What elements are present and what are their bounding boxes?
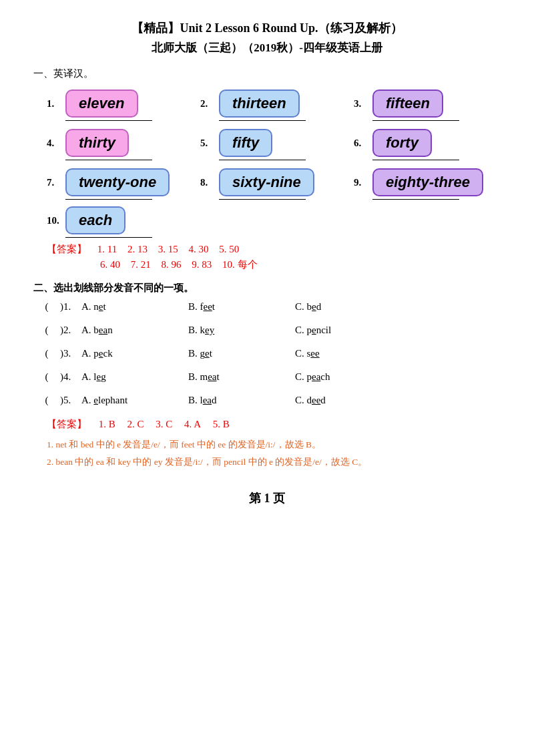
- choice-num-5: )5.: [60, 395, 81, 406]
- questions-container: ( )1. A. net B. feet C. bed ( )2. A. bea…: [33, 301, 501, 406]
- word-item-7: 7. twenty-one: [47, 168, 194, 200]
- ans1-4: 4. 30: [188, 244, 208, 254]
- answers-label1: 【答案】: [47, 244, 87, 254]
- choice-num-2: )2.: [60, 325, 81, 336]
- choice-a-2: A. bean: [81, 325, 188, 336]
- title-section: 【精品】Unit 2 Lesson 6 Round Up.（练习及解析） 北师大…: [33, 20, 501, 55]
- choice-b-4: B. meat: [188, 371, 295, 383]
- word-box-7: twenty-one: [65, 168, 170, 196]
- word-item-3: 3. fifteen: [354, 89, 501, 121]
- word-box-4: thirty: [65, 129, 129, 157]
- word-item-1: 1. eleven: [47, 89, 194, 121]
- word-num-10: 10.: [47, 215, 60, 226]
- choice-b-1: B. feet: [188, 301, 295, 313]
- choice-paren-1: (: [33, 301, 60, 313]
- ans1-10: 10. 每个: [222, 259, 258, 270]
- ans2-1: 1. B: [99, 419, 115, 429]
- title-main: 【精品】Unit 2 Lesson 6 Round Up.（练习及解析）: [33, 20, 501, 36]
- choice-c-5: C. deed: [295, 395, 402, 406]
- word-box-10: each: [65, 206, 125, 234]
- answer1-row1: 【答案】 1. 11 2. 13 3. 15 4. 30 5. 50: [47, 243, 501, 256]
- choice-row-5: ( )5. A. elephant B. lead C. deed: [33, 395, 501, 406]
- word-box-8: sixty-nine: [219, 168, 314, 196]
- choice-paren-4: (: [33, 371, 60, 383]
- word-num-8: 8.: [200, 177, 214, 188]
- choice-b-2: B. key: [188, 325, 295, 336]
- choice-paren-2: (: [33, 325, 60, 336]
- ans2-5: 5. B: [213, 419, 230, 429]
- word-box-2: thirteen: [219, 89, 300, 118]
- ans1-1: 1. 11: [97, 244, 117, 254]
- word-num-7: 7.: [47, 177, 60, 188]
- word-num-4: 4.: [47, 138, 60, 149]
- page-number: 第 1 页: [33, 490, 501, 506]
- word-item-9: 9. eighty-three: [354, 168, 501, 200]
- word-item-2: 2. thirteen: [200, 89, 347, 121]
- word-item-5: 5. fifty: [200, 129, 347, 160]
- explanations-container: 1. net 和 bed 中的 e 发音是/e/，而 feet 中的 ee 的发…: [33, 437, 501, 470]
- explanation-2: 2. bean 中的 ea 和 key 中的 ey 发音是/i:/，而 penc…: [47, 455, 501, 470]
- choice-b-5: B. lead: [188, 395, 295, 406]
- section2: 二、选出划线部分发音不同的一项。 ( )1. A. net B. feet C.…: [33, 282, 501, 470]
- word-item-10: 10. each: [47, 206, 501, 238]
- choice-row-4: ( )4. A. leg B. meat C. peach: [33, 371, 501, 383]
- word-num-2: 2.: [200, 98, 214, 110]
- choice-num-3: )3.: [60, 348, 81, 359]
- section1-label: 一、英译汉。: [33, 67, 501, 80]
- choice-row-3: ( )3. A. peck B. get C. see: [33, 348, 501, 359]
- choice-a-3: A. peck: [81, 348, 188, 359]
- ans1-8: 8. 96: [162, 259, 182, 270]
- ans2-4: 4. A: [184, 419, 201, 429]
- word-box-9: eighty-three: [372, 168, 483, 196]
- words-grid: 1. eleven 2. thirteen 3. fifteen 4. thir…: [47, 89, 501, 200]
- explanation-1: 1. net 和 bed 中的 e 发音是/e/，而 feet 中的 ee 的发…: [47, 437, 501, 453]
- word-item-8: 8. sixty-nine: [200, 168, 347, 200]
- choice-c-3: C. see: [295, 348, 402, 359]
- choice-a-1: A. net: [81, 301, 188, 313]
- word-num-6: 6.: [354, 138, 367, 149]
- answer2-row: 【答案】 1. B 2. C 3. C 4. A 5. B: [47, 418, 501, 431]
- choice-a-4: A. leg: [81, 371, 188, 383]
- choice-b-3: B. get: [188, 348, 295, 359]
- choice-row-2: ( )2. A. bean B. key C. pencil: [33, 325, 501, 336]
- ans1-2: 2. 13: [127, 244, 148, 254]
- choice-row-1: ( )1. A. net B. feet C. bed: [33, 301, 501, 313]
- word-box-1: eleven: [65, 89, 138, 118]
- word-num-9: 9.: [354, 177, 367, 188]
- word-num-3: 3.: [354, 98, 367, 110]
- word-box-6: forty: [372, 129, 432, 157]
- word-num-5: 5.: [200, 138, 214, 149]
- answer1-row2: 6. 40 7. 21 8. 96 9. 83 10. 每个: [100, 258, 501, 271]
- choice-a-5: A. elephant: [81, 395, 188, 406]
- choice-c-4: C. peach: [295, 371, 402, 383]
- ans1-6: 6. 40: [100, 259, 120, 270]
- choice-num-4: )4.: [60, 371, 81, 383]
- word-box-5: fifty: [219, 129, 272, 157]
- word-box-3: fifteen: [372, 89, 443, 118]
- ans2-2: 2. C: [127, 419, 144, 429]
- word-item-4: 4. thirty: [47, 129, 194, 160]
- choice-paren-3: (: [33, 348, 60, 359]
- word-num-1: 1.: [47, 98, 60, 110]
- choice-c-1: C. bed: [295, 301, 402, 313]
- ans1-7: 7. 21: [131, 259, 151, 270]
- ans2-3: 3. C: [156, 419, 172, 429]
- answers-label2: 【答案】: [47, 419, 87, 429]
- word-item-6: 6. forty: [354, 129, 501, 160]
- ans1-9: 9. 83: [192, 259, 212, 270]
- ans1-5: 5. 50: [219, 244, 239, 254]
- title-sub: 北师大版（三起）（2019秋）-四年级英语上册: [33, 40, 501, 55]
- section2-label: 二、选出划线部分发音不同的一项。: [33, 282, 501, 295]
- choice-c-2: C. pencil: [295, 325, 402, 336]
- ans1-3: 3. 15: [158, 244, 178, 254]
- choice-num-1: )1.: [60, 301, 81, 313]
- choice-paren-5: (: [33, 395, 60, 406]
